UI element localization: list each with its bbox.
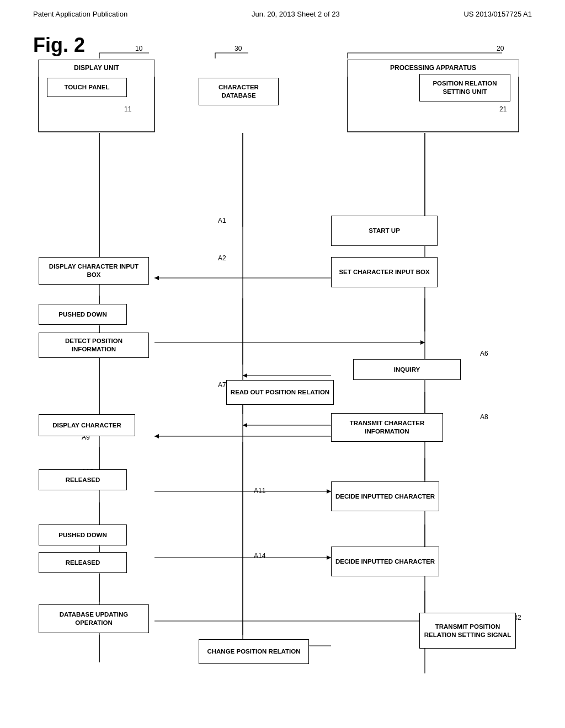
- annotation-10: 10: [135, 45, 142, 52]
- annotation-A7: A7: [218, 381, 226, 389]
- database-updating-box: DATABASE UPDATING OPERATION: [39, 604, 149, 633]
- position-relation-setting-unit-box: POSITION RELATION SETTING UNIT: [419, 74, 510, 101]
- decide-inputted-char-2-box: DECIDE INPUTTED CHARACTER: [331, 547, 439, 576]
- svg-marker-16: [154, 434, 159, 438]
- svg-marker-12: [243, 423, 247, 427]
- set-char-input-box: SET CHARACTER INPUT BOX: [331, 257, 438, 287]
- annotation-11: 11: [124, 105, 131, 113]
- header-left: Patent Application Publication: [33, 10, 127, 18]
- transmit-position-relation-signal-box: TRANSMIT POSITION RELATION SETTING SIGNA…: [419, 613, 516, 649]
- change-position-relation-box: CHANGE POSITION RELATION: [199, 639, 309, 664]
- transmit-char-info-box: TRANSMIT CHARACTER INFORMATION: [331, 413, 443, 442]
- annotation-A1: A1: [218, 217, 226, 224]
- annotation-A2: A2: [218, 254, 226, 262]
- display-character-box: DISPLAY CHARACTER: [39, 414, 135, 436]
- detect-position-info-box: DETECT POSITION INFORMATION: [39, 333, 149, 358]
- decide-inputted-char-1-box: DECIDE INPUTTED CHARACTER: [331, 481, 439, 511]
- svg-marker-18: [327, 489, 331, 494]
- annotation-A6: A6: [480, 350, 488, 357]
- released-1-box: RELEASED: [39, 469, 127, 490]
- read-out-position-relation-box: READ OUT POSITION RELATION: [226, 380, 334, 405]
- annotation-20: 20: [497, 45, 504, 52]
- annotation-A8: A8: [480, 413, 488, 421]
- inquiry-box: INQUIRY: [353, 359, 461, 380]
- start-up-box: START UP: [331, 216, 438, 246]
- released-2-box: RELEASED: [39, 552, 127, 573]
- touch-panel-box: TOUCH PANEL: [47, 78, 127, 97]
- svg-marker-6: [154, 276, 159, 280]
- annotation-30: 30: [234, 45, 242, 52]
- display-char-input-box: DISPLAY CHARACTER INPUT BOX: [39, 257, 149, 285]
- header-middle: Jun. 20, 2013 Sheet 2 of 23: [252, 10, 340, 18]
- svg-marker-10: [243, 373, 247, 378]
- fig-label: Fig. 2: [33, 34, 85, 57]
- char-database-box: CHARACTER DATABASE: [199, 78, 279, 105]
- svg-marker-8: [420, 340, 425, 345]
- svg-marker-20: [327, 555, 331, 560]
- annotation-A11: A11: [254, 487, 265, 495]
- diagram-area: Fig. 2: [33, 28, 532, 690]
- display-unit-label: DISPLAY UNIT: [39, 60, 154, 77]
- page-header: Patent Application Publication Jun. 20, …: [0, 0, 565, 23]
- pushed-down-2-box: PUSHED DOWN: [39, 524, 127, 545]
- annotation-A14: A14: [254, 552, 265, 560]
- header-right: US 2013/0157725 A1: [463, 10, 532, 18]
- annotation-21: 21: [499, 105, 507, 113]
- pushed-down-1-box: PUSHED DOWN: [39, 304, 127, 325]
